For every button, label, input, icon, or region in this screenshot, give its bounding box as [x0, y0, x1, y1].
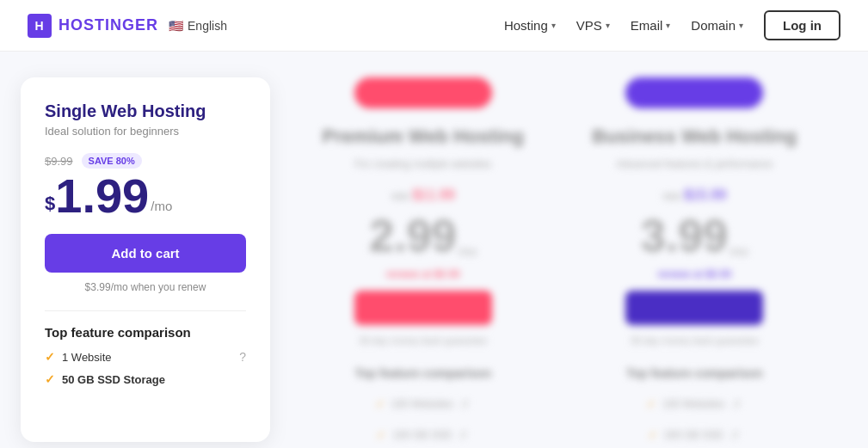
chevron-down-icon: ▾: [606, 21, 610, 30]
feature-websites-label: 1 Website: [62, 351, 112, 364]
business-feature-title: Top feature comparison: [626, 366, 762, 380]
popular-badge: [354, 77, 492, 108]
premium-add-to-cart: [354, 291, 492, 325]
old-price: $9.99: [45, 155, 73, 168]
chevron-down-icon: ▾: [739, 21, 743, 30]
plan-title: Single Web Hosting: [45, 101, 246, 121]
flag-icon: 🇺🇸: [169, 19, 183, 33]
business-feat-2: ✓200 GB SSD✗: [649, 428, 741, 442]
business-was: was $15.99: [662, 187, 726, 203]
nav-hosting[interactable]: Hosting ▾: [504, 18, 556, 33]
price-amount: 1.99: [55, 172, 149, 220]
business-period: /mo: [729, 245, 748, 258]
premium-feat-1: ✓100 Websites✗: [376, 397, 471, 411]
nav-domain[interactable]: Domain ▾: [691, 18, 743, 33]
business-price-wrapper: 3.99 /mo: [641, 213, 748, 258]
feature-storage: ✓ 50 GB SSD Storage: [45, 372, 246, 386]
premium-price-wrapper: 2.99 /mo: [369, 213, 477, 258]
login-button[interactable]: Log in: [764, 10, 840, 40]
single-hosting-card: Single Web Hosting Ideal solution for be…: [21, 77, 270, 442]
help-icon[interactable]: ?: [239, 350, 246, 364]
business-feat-1: ✓100 Websites✗: [647, 397, 742, 411]
language-selector[interactable]: 🇺🇸 English: [169, 19, 227, 33]
premium-guarantee: 30-day money-back guarantee: [359, 335, 487, 346]
business-col: Business Web Hosting Advanced features &…: [559, 77, 831, 442]
premium-was: was $11.99: [391, 187, 455, 203]
plan-subtitle: Ideal solution for beginners: [45, 125, 246, 138]
logo[interactable]: H HOSTINGER: [28, 14, 158, 38]
price-period: /mo: [151, 199, 172, 213]
price-row: $9.99 SAVE 80%: [45, 153, 246, 169]
business-big-price: 3.99: [641, 213, 728, 258]
nav-vps[interactable]: VPS ▾: [576, 18, 610, 33]
lang-label: English: [188, 19, 227, 33]
check-icon: ✓: [45, 350, 55, 364]
chevron-down-icon: ▾: [551, 21, 556, 30]
nav-right: Hosting ▾ VPS ▾ Email ▾ Domain ▾ Log in: [504, 10, 840, 40]
premium-col: Premium Web Hosting For creating multipl…: [287, 77, 559, 442]
premium-plan-sub: For creating multiple websites: [354, 158, 491, 170]
business-plan-name: Business Web Hosting: [592, 126, 797, 148]
logo-icon: H: [28, 14, 52, 38]
premium-plan-name: Premium Web Hosting: [323, 126, 524, 148]
price-dollar-sign: $: [45, 194, 55, 213]
chevron-down-icon: ▾: [666, 21, 670, 30]
divider: [45, 310, 246, 311]
premium-big-price: 2.99: [369, 213, 456, 258]
nav-email[interactable]: Email ▾: [631, 18, 671, 33]
premium-action: renews at $6.99: [386, 268, 459, 280]
navbar: H HOSTINGER 🇺🇸 English Hosting ▾ VPS ▾ E…: [0, 0, 868, 52]
feature-section-title: Top feature comparison: [45, 325, 246, 340]
business-add-to-cart: [625, 291, 763, 325]
check-icon: ✓: [45, 372, 55, 386]
business-plan-sub: Advanced features & performance: [616, 158, 773, 170]
feature-websites: ✓ 1 Website ?: [45, 350, 246, 364]
renew-text: $3.99/mo when you renew: [45, 281, 246, 293]
main-content: Single Web Hosting Ideal solution for be…: [0, 52, 868, 448]
logo-text: HOSTINGER: [58, 16, 158, 34]
add-to-cart-button[interactable]: Add to cart: [45, 234, 246, 273]
feature-storage-label: 50 GB SSD Storage: [62, 373, 165, 386]
premium-feat-2: ✓100 GB SSD✗: [377, 428, 469, 442]
best-value-badge: [625, 77, 763, 108]
blurred-plans: Premium Web Hosting For creating multipl…: [270, 77, 847, 442]
save-badge: SAVE 80%: [82, 153, 142, 169]
premium-feature-title: Top feature comparison: [355, 366, 491, 380]
business-action: renews at $8.99: [658, 268, 731, 280]
business-guarantee: 30-day money-back guarantee: [631, 335, 759, 346]
nav-left: H HOSTINGER 🇺🇸 English: [28, 14, 227, 38]
current-price: $ 1.99 /mo: [45, 172, 246, 220]
premium-period: /mo: [459, 245, 477, 258]
